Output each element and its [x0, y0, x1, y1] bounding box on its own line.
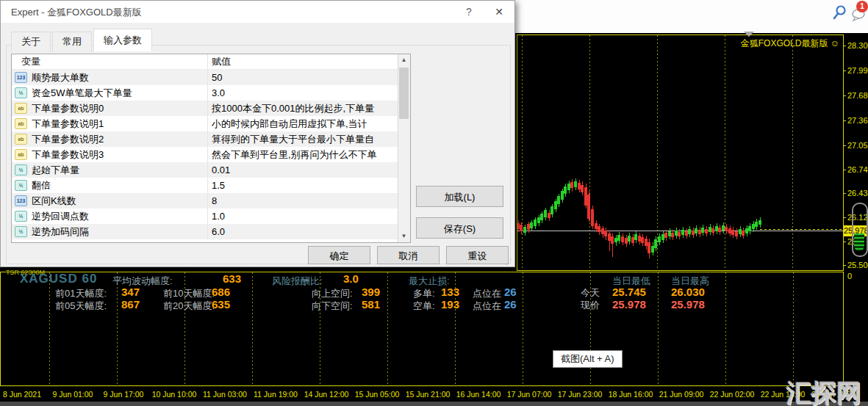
help-button[interactable]: ? — [458, 4, 480, 20]
dialog-title-bar[interactable]: Expert - 金狐FOXGOLD最新版 ? ✕ — [1, 1, 514, 23]
tab-输入参数[interactable]: 输入参数 — [93, 29, 152, 51]
close-icon[interactable]: ✕ — [487, 4, 511, 20]
param-value[interactable]: 3.0 — [207, 85, 410, 101]
load-button[interactable]: 加载(L) — [416, 186, 503, 207]
table-row[interactable]: 123顺势最大单数50 — [12, 70, 410, 85]
table-row[interactable]: ab下单量参数说明3然会下单到平台里,别再问为什么不下单 — [12, 147, 410, 162]
risk-reward-label: 风险报酬比: — [272, 275, 323, 288]
table-row[interactable]: ½起始下单量0.01 — [12, 162, 410, 178]
site-watermark: 汇探网 — [786, 377, 861, 406]
param-value[interactable]: 8 — [207, 193, 410, 209]
table-row[interactable]: ½逆势加码间隔6.0 — [12, 224, 410, 239]
main-chart: 金狐FOXGOLD最新版 ☺ — [517, 35, 844, 271]
tab-关于[interactable]: 关于 — [11, 32, 51, 52]
reset-button[interactable]: 重设 — [446, 246, 509, 264]
vertical-gridline — [117, 272, 118, 385]
price-tick — [843, 120, 846, 121]
table-row[interactable]: ab下单量参数说明0按1000本金下0.001的比例起步,下单量 — [12, 101, 410, 116]
table-row[interactable]: ½资金5W单笔最大下单量3.0 — [12, 85, 410, 101]
candle-body — [520, 225, 523, 231]
candle-body — [557, 196, 560, 204]
save-button[interactable]: 保存(S) — [416, 217, 503, 239]
column-header-value[interactable]: 赋值 — [207, 54, 410, 69]
price-axis-label: 26.435 — [847, 189, 868, 197]
candle-body — [648, 242, 650, 253]
tab-常用[interactable]: 常用 — [52, 32, 92, 52]
prev01-value: 347 — [121, 286, 140, 298]
candle-body — [540, 214, 543, 220]
table-row[interactable]: ab下单量参数说明2算得到的下单量大于平台最小下单量自 — [12, 131, 410, 147]
param-name: 下单量参数说明1 — [32, 117, 207, 131]
candle-body — [591, 209, 594, 226]
prev10-label: 前10天幅度: — [163, 287, 215, 300]
resize-grip[interactable]: ⋰ — [505, 258, 512, 266]
table-row[interactable]: ½逆势回调点数1.0 — [12, 209, 410, 224]
up-space-value: 399 — [362, 286, 380, 298]
pos1-label: 点位在 — [473, 287, 501, 300]
price-tick — [843, 217, 846, 218]
param-value[interactable]: 0.01 — [207, 162, 410, 178]
param-value[interactable]: 1.0 — [207, 209, 410, 224]
ab-param-icon: ab — [15, 134, 27, 145]
param-value[interactable]: 50 — [207, 70, 410, 85]
price-axis-label: 27.055 — [847, 141, 868, 150]
table-row[interactable]: ab下单量参数说明1小的时候内部自动启用虚拟下单,当计 — [12, 116, 410, 131]
cancel-button[interactable]: 取消 — [377, 246, 440, 264]
time-axis-label: 18 Jun 16:00 — [606, 390, 655, 399]
param-value[interactable]: 1.5 — [207, 178, 410, 193]
time-axis-label: 15 Jun 21:00 — [403, 390, 452, 399]
candle-body — [701, 228, 704, 233]
search-icon[interactable] — [833, 4, 847, 21]
param-value[interactable]: 算得到的下单量大于平台最小下单量自 — [207, 131, 410, 147]
pos2-value: 26 — [504, 298, 518, 311]
down-space-label: 向下空间: — [312, 300, 353, 313]
scroll-down-icon[interactable]: ▼ — [398, 231, 409, 242]
candle-body — [544, 210, 547, 217]
today-label: 今天 — [581, 286, 600, 300]
candle-body — [534, 220, 537, 226]
notification-badge[interactable]: 1 — [856, 1, 868, 12]
param-value[interactable]: 6.0 — [207, 224, 410, 239]
bottom-strip — [0, 402, 868, 406]
vertical-gridline — [658, 272, 659, 385]
table-row[interactable]: ½翻倍1.5 — [12, 178, 410, 193]
param-value[interactable]: 小的时候内部自动启用虚拟下单,当计 — [207, 116, 410, 131]
123-param-icon: 123 — [15, 72, 27, 83]
table-scrollbar[interactable]: ▲ ▼ — [398, 54, 410, 242]
scroll-indicator[interactable] — [852, 203, 868, 257]
half-param-icon: ½ — [15, 164, 27, 175]
candle-body — [711, 228, 714, 233]
ok-button[interactable]: 确定 — [308, 246, 370, 264]
candle-body — [604, 231, 607, 236]
time-axis-label: 15 Jun 05:00 — [353, 390, 401, 399]
vertical-gridline — [792, 35, 793, 270]
param-name: 翻倍 — [32, 179, 207, 192]
up-space-label: 向上空间: — [312, 287, 353, 300]
price-tick — [843, 95, 846, 96]
prev20-value: 635 — [212, 298, 230, 311]
candle-body — [725, 227, 728, 231]
pos1-value: 26 — [504, 286, 518, 298]
candle-body — [617, 235, 620, 241]
time-axis-label: 17 Jun 07:00 — [505, 390, 553, 399]
prev01-label: 前01天幅度: — [55, 287, 107, 300]
table-row[interactable]: 123区间K线数8 — [12, 193, 410, 209]
ab-param-icon: ab — [15, 118, 27, 129]
now-label: 现价 — [581, 299, 600, 312]
time-axis-label: 22 Jun 02:00 — [708, 390, 756, 399]
ab-param-icon: ab — [15, 149, 27, 160]
dialog-title: Expert - 金狐FOXGOLD最新版 — [11, 6, 142, 19]
param-value[interactable]: 按1000本金下0.001的比例起步,下单量 — [207, 101, 410, 116]
scroll-up-icon[interactable]: ▲ — [398, 54, 409, 66]
column-header-variable[interactable]: 变量 — [12, 54, 207, 69]
price-axis-label: 28.300 — [847, 41, 868, 50]
horizontal-level-line — [517, 231, 843, 231]
prev05-value: 867 — [121, 298, 140, 311]
long-value: 133 — [441, 286, 459, 298]
scrollbar-thumb[interactable] — [399, 68, 409, 119]
vertical-gridline — [252, 272, 253, 385]
param-value[interactable]: 然会下单到平台里,别再问为什么不下单 — [207, 147, 410, 162]
parameters-table: 变量 赋值 123顺势最大单数50½资金5W单笔最大下单量3.0ab下单量参数说… — [11, 54, 411, 243]
candle-body — [530, 222, 533, 228]
candle-body — [671, 233, 674, 237]
